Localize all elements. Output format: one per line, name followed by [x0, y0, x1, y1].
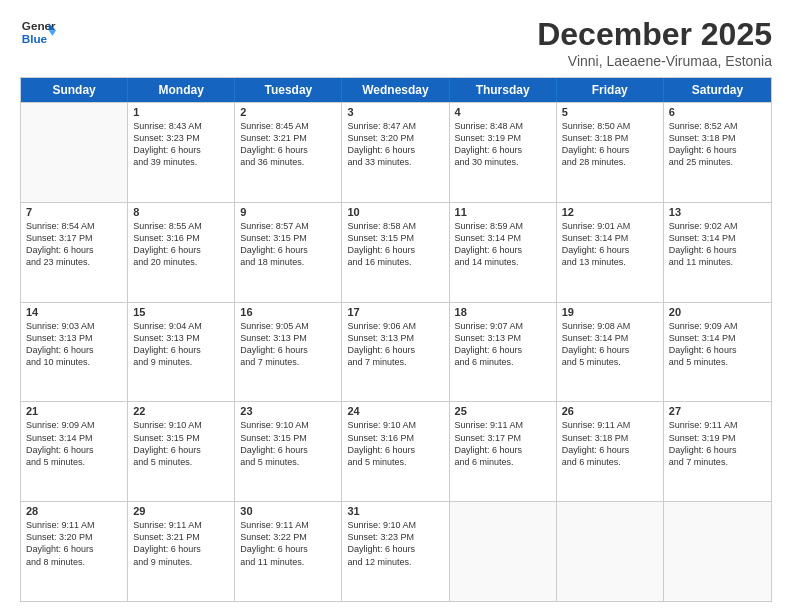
cell-line: Daylight: 6 hours	[26, 244, 122, 256]
cell-line: Daylight: 6 hours	[26, 543, 122, 555]
cell-line: and 6 minutes.	[562, 456, 658, 468]
calendar-row: 14Sunrise: 9:03 AMSunset: 3:13 PMDayligh…	[21, 302, 771, 402]
calendar-cell: 5Sunrise: 8:50 AMSunset: 3:18 PMDaylight…	[557, 103, 664, 202]
cell-line: Sunset: 3:18 PM	[562, 432, 658, 444]
cell-line: Sunrise: 9:11 AM	[562, 419, 658, 431]
cell-line: Daylight: 6 hours	[133, 144, 229, 156]
day-number: 22	[133, 405, 229, 417]
cell-line: Sunset: 3:14 PM	[26, 432, 122, 444]
calendar-cell: 13Sunrise: 9:02 AMSunset: 3:14 PMDayligh…	[664, 203, 771, 302]
cell-line: Sunrise: 8:48 AM	[455, 120, 551, 132]
cell-line: Daylight: 6 hours	[133, 543, 229, 555]
cell-line: Sunset: 3:20 PM	[347, 132, 443, 144]
cell-line: and 5 minutes.	[347, 456, 443, 468]
day-number: 30	[240, 505, 336, 517]
calendar-cell: 2Sunrise: 8:45 AMSunset: 3:21 PMDaylight…	[235, 103, 342, 202]
calendar-cell	[450, 502, 557, 601]
cell-line: and 5 minutes.	[669, 356, 766, 368]
calendar-cell	[21, 103, 128, 202]
cell-line: Sunset: 3:18 PM	[669, 132, 766, 144]
calendar-cell: 8Sunrise: 8:55 AMSunset: 3:16 PMDaylight…	[128, 203, 235, 302]
cell-line: Sunrise: 8:59 AM	[455, 220, 551, 232]
day-number: 7	[26, 206, 122, 218]
cell-line: Sunset: 3:21 PM	[240, 132, 336, 144]
cell-line: Sunset: 3:21 PM	[133, 531, 229, 543]
cell-line: Daylight: 6 hours	[455, 444, 551, 456]
cell-line: Daylight: 6 hours	[240, 144, 336, 156]
day-number: 2	[240, 106, 336, 118]
cell-line: and 25 minutes.	[669, 156, 766, 168]
cell-line: Sunrise: 8:43 AM	[133, 120, 229, 132]
cell-line: Sunrise: 9:11 AM	[455, 419, 551, 431]
weekday-header: Friday	[557, 78, 664, 102]
day-number: 23	[240, 405, 336, 417]
cell-line: and 13 minutes.	[562, 256, 658, 268]
cell-line: Daylight: 6 hours	[562, 444, 658, 456]
calendar-cell: 17Sunrise: 9:06 AMSunset: 3:13 PMDayligh…	[342, 303, 449, 402]
title-block: December 2025 Vinni, Laeaene-Virumaa, Es…	[537, 16, 772, 69]
cell-line: Daylight: 6 hours	[669, 244, 766, 256]
cell-line: Sunrise: 9:10 AM	[347, 419, 443, 431]
cell-line: Daylight: 6 hours	[240, 344, 336, 356]
cell-line: Daylight: 6 hours	[669, 344, 766, 356]
cell-line: Sunset: 3:13 PM	[347, 332, 443, 344]
cell-line: Sunset: 3:13 PM	[133, 332, 229, 344]
cell-line: Sunrise: 9:09 AM	[26, 419, 122, 431]
cell-line: Sunset: 3:15 PM	[133, 432, 229, 444]
cell-line: and 14 minutes.	[455, 256, 551, 268]
main-title: December 2025	[537, 16, 772, 53]
cell-line: Daylight: 6 hours	[562, 244, 658, 256]
cell-line: Sunrise: 9:11 AM	[669, 419, 766, 431]
day-number: 3	[347, 106, 443, 118]
calendar-cell: 30Sunrise: 9:11 AMSunset: 3:22 PMDayligh…	[235, 502, 342, 601]
cell-line: Sunrise: 9:09 AM	[669, 320, 766, 332]
day-number: 27	[669, 405, 766, 417]
cell-line: Sunrise: 8:55 AM	[133, 220, 229, 232]
cell-line: Daylight: 6 hours	[455, 144, 551, 156]
calendar-cell: 21Sunrise: 9:09 AMSunset: 3:14 PMDayligh…	[21, 402, 128, 501]
calendar-cell: 20Sunrise: 9:09 AMSunset: 3:14 PMDayligh…	[664, 303, 771, 402]
calendar-cell: 31Sunrise: 9:10 AMSunset: 3:23 PMDayligh…	[342, 502, 449, 601]
day-number: 5	[562, 106, 658, 118]
cell-line: Daylight: 6 hours	[240, 543, 336, 555]
page: General Blue December 2025 Vinni, Laeaen…	[0, 0, 792, 612]
logo: General Blue	[20, 16, 56, 52]
cell-line: Daylight: 6 hours	[347, 244, 443, 256]
cell-line: and 12 minutes.	[347, 556, 443, 568]
cell-line: and 28 minutes.	[562, 156, 658, 168]
cell-line: and 7 minutes.	[347, 356, 443, 368]
cell-line: Sunset: 3:20 PM	[26, 531, 122, 543]
cell-line: Sunset: 3:17 PM	[455, 432, 551, 444]
cell-line: Daylight: 6 hours	[240, 244, 336, 256]
cell-line: Sunset: 3:13 PM	[26, 332, 122, 344]
calendar-cell: 26Sunrise: 9:11 AMSunset: 3:18 PMDayligh…	[557, 402, 664, 501]
cell-line: Sunrise: 9:02 AM	[669, 220, 766, 232]
cell-line: Daylight: 6 hours	[133, 344, 229, 356]
cell-line: Sunrise: 9:11 AM	[133, 519, 229, 531]
cell-line: and 33 minutes.	[347, 156, 443, 168]
cell-line: Sunrise: 9:06 AM	[347, 320, 443, 332]
cell-line: Daylight: 6 hours	[562, 344, 658, 356]
cell-line: Sunrise: 9:07 AM	[455, 320, 551, 332]
calendar-cell: 9Sunrise: 8:57 AMSunset: 3:15 PMDaylight…	[235, 203, 342, 302]
cell-line: and 18 minutes.	[240, 256, 336, 268]
cell-line: and 5 minutes.	[26, 456, 122, 468]
cell-line: Sunset: 3:15 PM	[240, 432, 336, 444]
calendar-cell: 10Sunrise: 8:58 AMSunset: 3:15 PMDayligh…	[342, 203, 449, 302]
day-number: 26	[562, 405, 658, 417]
weekday-header: Saturday	[664, 78, 771, 102]
cell-line: Daylight: 6 hours	[240, 444, 336, 456]
cell-line: Daylight: 6 hours	[347, 144, 443, 156]
cell-line: Sunrise: 9:01 AM	[562, 220, 658, 232]
cell-line: Sunset: 3:23 PM	[133, 132, 229, 144]
cell-line: and 5 minutes.	[562, 356, 658, 368]
day-number: 14	[26, 306, 122, 318]
day-number: 17	[347, 306, 443, 318]
cell-line: Daylight: 6 hours	[455, 244, 551, 256]
cell-line: Daylight: 6 hours	[133, 444, 229, 456]
calendar-row: 7Sunrise: 8:54 AMSunset: 3:17 PMDaylight…	[21, 202, 771, 302]
cell-line: Sunset: 3:13 PM	[455, 332, 551, 344]
cell-line: and 10 minutes.	[26, 356, 122, 368]
calendar-cell: 19Sunrise: 9:08 AMSunset: 3:14 PMDayligh…	[557, 303, 664, 402]
header: General Blue December 2025 Vinni, Laeaen…	[20, 16, 772, 69]
